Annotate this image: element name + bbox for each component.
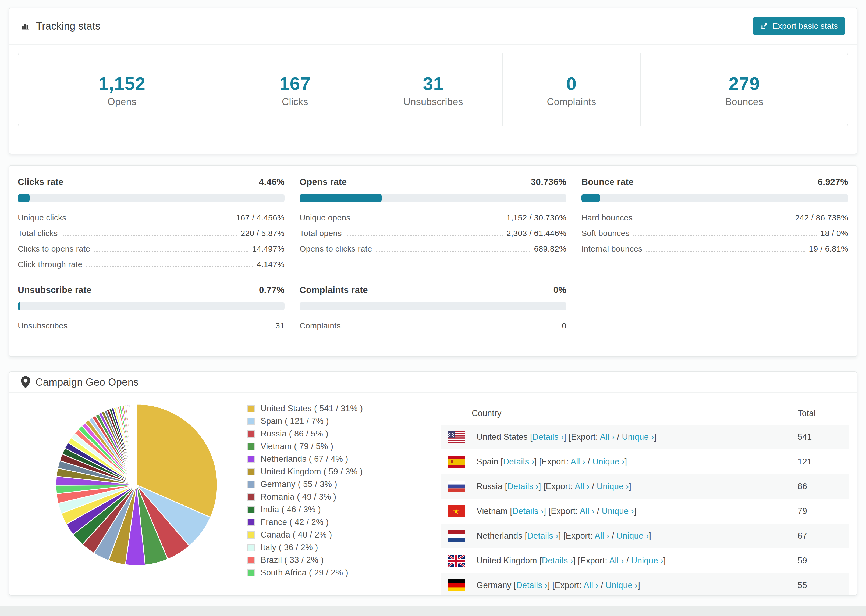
tracking-stats-title: Tracking stats — [21, 20, 100, 32]
legend-label: Germany ( 55 / 3% ) — [261, 479, 337, 489]
legend-item: Netherlands ( 67 / 4% ) — [247, 454, 422, 464]
unsubscribe-rate-bar — [18, 302, 285, 310]
tracking-stats-header: Tracking stats Export basic stats — [9, 8, 857, 45]
export-all-link[interactable]: All › — [595, 531, 609, 541]
export-basic-stats-button[interactable]: Export basic stats — [753, 17, 845, 35]
legend-item: India ( 46 / 3% ) — [247, 505, 422, 514]
tracking-stats-card: Tracking stats Export basic stats 1,152 … — [9, 8, 857, 154]
geo-table-row: Russia [Details ›] [Export: All › / Uniq… — [441, 474, 849, 499]
country-name: Russia — [477, 482, 503, 491]
netherlands-flag-icon — [447, 530, 465, 542]
geo-table-header: Country Total — [441, 402, 849, 425]
complaints-count: 0 — [503, 73, 640, 94]
export-all-link[interactable]: All › — [580, 506, 595, 516]
export-unique-link[interactable]: Unique › — [601, 506, 634, 516]
clicks-rate-value: 4.46% — [259, 177, 285, 187]
country-name: Netherlands — [477, 531, 522, 541]
details-link[interactable]: Details › — [507, 482, 538, 491]
country-total: 86 — [798, 482, 849, 491]
legend-swatch — [247, 506, 255, 513]
dotted-leader — [636, 220, 791, 220]
details-link[interactable]: Details › — [542, 556, 573, 565]
country-total: 79 — [798, 506, 849, 516]
opens-label: Opens — [18, 96, 226, 107]
export-unique-link[interactable]: Unique › — [592, 457, 625, 466]
legend-item: Spain ( 121 / 7% ) — [247, 416, 422, 426]
legend-item: United Kingdom ( 59 / 3% ) — [247, 467, 422, 476]
pie-legend: United States ( 541 / 31% )Spain ( 121 /… — [247, 402, 422, 580]
uk-flag-icon — [447, 555, 465, 567]
germany-flag-icon — [447, 580, 465, 591]
dotted-leader — [61, 235, 237, 236]
dotted-leader — [94, 251, 248, 251]
unsubscribes-label: Unsubscribes — [364, 96, 502, 107]
geo-country-table: Country Total United States [Details ›] … — [441, 402, 849, 596]
legend-swatch — [247, 531, 255, 539]
clicks-count: 167 — [226, 73, 364, 94]
country-total: 59 — [798, 556, 849, 566]
dotted-leader — [70, 220, 232, 220]
bounces-label: Bounces — [641, 96, 848, 107]
complaints-rate-block: Complaints rate 0% Complaints0 — [299, 285, 567, 331]
rate-detail-row: Unsubscribes31 — [18, 321, 285, 331]
export-all-link[interactable]: All › — [609, 556, 624, 565]
export-unique-link[interactable]: Unique › — [617, 531, 649, 541]
total-column-header: Total — [798, 409, 849, 418]
bounce-rate-block: Bounce rate 6.927% Hard bounces242 / 86.… — [581, 177, 848, 269]
geo-header: Campaign Geo Opens — [9, 372, 857, 393]
us-flag-icon — [447, 431, 465, 443]
details-link[interactable]: Details › — [503, 457, 534, 466]
legend-item: Brazil ( 33 / 2% ) — [247, 555, 422, 565]
legend-label: South Africa ( 29 / 2% ) — [261, 568, 348, 578]
page-title: Tracking stats — [36, 20, 100, 32]
legend-item: Italy ( 36 / 2% ) — [247, 543, 422, 552]
complaints-rate-bar — [299, 302, 567, 310]
country-name: Spain — [477, 457, 498, 466]
geo-opens-pie-chart[interactable] — [53, 402, 220, 568]
legend-label: India ( 46 / 3% ) — [261, 505, 321, 514]
export-unique-link[interactable]: Unique › — [597, 482, 629, 491]
complaints-rate-value: 0% — [553, 285, 567, 295]
dotted-leader — [345, 328, 558, 328]
bounce-rate-title: Bounce rate — [581, 177, 634, 187]
dotted-leader — [354, 220, 503, 220]
export-all-link[interactable]: All › — [570, 457, 585, 466]
rate-detail-row: Complaints0 — [299, 321, 567, 331]
dotted-leader — [71, 328, 272, 328]
details-link[interactable]: Details › — [512, 506, 543, 516]
export-unique-link[interactable]: Unique › — [631, 556, 663, 565]
rate-detail-row: Internal bounces19 / 6.81% — [581, 244, 848, 254]
export-all-link[interactable]: All › — [575, 482, 589, 491]
export-all-link[interactable]: All › — [600, 432, 615, 442]
legend-label: Russia ( 86 / 5% ) — [261, 429, 328, 438]
rate-detail-row: Hard bounces242 / 86.738% — [581, 213, 848, 223]
rate-detail-row: Click through rate4.147% — [18, 259, 285, 269]
legend-item: Vietnam ( 79 / 5% ) — [247, 442, 422, 451]
rate-detail-row: Unique opens1,152 / 30.736% — [299, 213, 567, 223]
country-name: United Kingdom — [477, 556, 537, 565]
geo-table-row: United States [Details ›] [Export: All ›… — [441, 425, 849, 449]
unsubscribes-count: 31 — [364, 73, 502, 94]
campaign-geo-opens-card: Campaign Geo Opens United States ( 541 /… — [9, 371, 857, 596]
opens-rate-block: Opens rate 30.736% Unique opens1,152 / 3… — [299, 177, 567, 269]
legend-label: Netherlands ( 67 / 4% ) — [261, 454, 348, 464]
rate-detail-row: Soft bounces18 / 0% — [581, 228, 848, 238]
dotted-leader — [646, 251, 805, 251]
rates-card: Clicks rate 4.46% Unique clicks167 / 4.4… — [9, 165, 857, 357]
clicks-label: Clicks — [226, 96, 364, 107]
legend-swatch — [247, 569, 255, 577]
legend-item: Germany ( 55 / 3% ) — [247, 479, 422, 489]
complaints-rate-title: Complaints rate — [299, 285, 368, 295]
export-unique-link[interactable]: Unique › — [622, 432, 654, 442]
unsubscribe-rate-title: Unsubscribe rate — [18, 285, 91, 295]
geo-table-row: Germany [Details ›] [Export: All › / Uni… — [441, 573, 849, 596]
details-link[interactable]: Details › — [532, 432, 564, 442]
export-all-link[interactable]: All › — [584, 580, 598, 590]
clicks-rate-title: Clicks rate — [18, 177, 63, 187]
legend-swatch — [247, 418, 255, 425]
stat-box-complaints: 0 Complaints — [502, 53, 640, 126]
details-link[interactable]: Details › — [527, 531, 558, 541]
details-link[interactable]: Details › — [516, 580, 547, 590]
pie-slice[interactable] — [136, 404, 137, 485]
export-unique-link[interactable]: Unique › — [606, 580, 638, 590]
